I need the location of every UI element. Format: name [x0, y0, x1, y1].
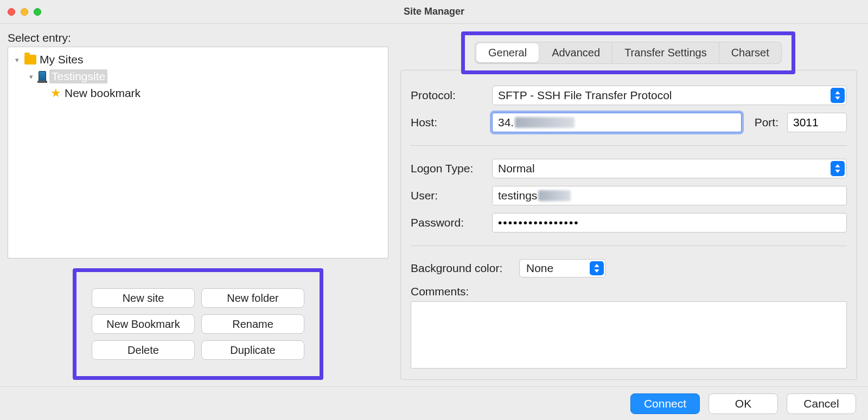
tree-row-bookmark[interactable]: ★ New bookmark: [12, 85, 384, 101]
ok-button[interactable]: OK: [709, 393, 778, 414]
tree-root-label: My Sites: [40, 53, 84, 66]
protocol-value: SFTP - SSH File Transfer Protocol: [498, 89, 672, 102]
chevron-down-icon[interactable]: ▾: [12, 56, 21, 64]
cancel-button[interactable]: Cancel: [787, 393, 856, 414]
tab-general[interactable]: General: [476, 43, 539, 62]
star-icon: ★: [50, 87, 61, 99]
user-label: User:: [411, 189, 487, 202]
protocol-select[interactable]: SFTP - SSH File Transfer Protocol: [492, 86, 847, 105]
left-panel: Select entry: ▾ My Sites ▾ Testingsite ★…: [8, 31, 388, 380]
rename-button[interactable]: Rename: [201, 314, 304, 334]
port-label: Port:: [755, 116, 778, 129]
zoom-window-button[interactable]: [34, 8, 41, 16]
protocol-row: Protocol: SFTP - SSH File Transfer Proto…: [411, 86, 847, 105]
select-arrows-icon: [831, 88, 845, 103]
host-input[interactable]: 34.: [492, 113, 742, 132]
tree-row-site[interactable]: ▾ Testingsite: [12, 68, 384, 85]
right-panel: General Advanced Transfer Settings Chars…: [400, 31, 857, 380]
user-value: testings: [498, 189, 537, 202]
comments-label: Comments:: [411, 285, 469, 298]
divider: [411, 245, 847, 246]
site-tree[interactable]: ▾ My Sites ▾ Testingsite ★ New bookmark: [8, 47, 388, 259]
new-site-button[interactable]: New site: [92, 288, 195, 308]
bg-color-row: Background color: None: [411, 259, 847, 277]
bg-color-value: None: [526, 262, 553, 275]
settings-tabs: General Advanced Transfer Settings Chars…: [475, 42, 782, 64]
protocol-label: Protocol:: [411, 89, 487, 102]
logon-type-row: Logon Type: Normal: [411, 159, 847, 178]
window-title: Site Manager: [0, 6, 868, 17]
user-input[interactable]: testings: [492, 186, 847, 205]
bg-color-label: Background color:: [411, 262, 514, 275]
logon-type-select[interactable]: Normal: [492, 159, 847, 178]
traffic-lights: [8, 8, 41, 16]
chevron-down-icon[interactable]: ▾: [27, 73, 35, 81]
redacted-user: [538, 190, 571, 201]
select-arrows-icon: [831, 161, 845, 176]
tab-advanced[interactable]: Advanced: [540, 42, 612, 63]
tree-row-root[interactable]: ▾ My Sites: [12, 51, 384, 68]
comments-textarea[interactable]: [411, 301, 847, 369]
tab-transfer-settings[interactable]: Transfer Settings: [612, 42, 719, 63]
tabs-highlight: General Advanced Transfer Settings Chars…: [461, 31, 795, 74]
host-port-row: Host: 34. Port:: [411, 113, 847, 132]
host-label: Host:: [411, 116, 487, 129]
comments-row: Comments:: [411, 285, 847, 369]
minimize-window-button[interactable]: [21, 8, 28, 16]
host-value: 34.: [498, 116, 514, 129]
connect-button[interactable]: Connect: [630, 393, 700, 414]
delete-button[interactable]: Delete: [92, 340, 195, 360]
tree-site-label: Testingsite: [49, 69, 107, 83]
title-bar: Site Manager: [0, 0, 868, 24]
select-entry-label: Select entry:: [8, 31, 388, 44]
logon-type-label: Logon Type:: [411, 162, 487, 175]
divider: [411, 145, 847, 146]
dialog-footer: Connect OK Cancel: [0, 386, 868, 420]
close-window-button[interactable]: [8, 8, 15, 16]
tree-bookmark-label: New bookmark: [65, 87, 141, 100]
folder-icon: [24, 55, 36, 64]
select-arrows-icon: [590, 261, 604, 275]
form-area: Protocol: SFTP - SSH File Transfer Proto…: [400, 70, 857, 380]
duplicate-button[interactable]: Duplicate: [201, 340, 304, 360]
bg-color-select[interactable]: None: [519, 259, 606, 277]
password-row: Password:: [411, 213, 847, 232]
tab-charset[interactable]: Charset: [719, 42, 781, 63]
password-input[interactable]: [492, 213, 847, 232]
redacted-host: [515, 117, 575, 128]
port-input[interactable]: [787, 113, 847, 132]
entry-actions-highlight: New site New folder New Bookmark Rename …: [73, 268, 323, 380]
password-label: Password:: [411, 216, 487, 229]
server-icon: [39, 71, 46, 82]
new-folder-button[interactable]: New folder: [201, 288, 304, 308]
user-row: User: testings: [411, 186, 847, 205]
new-bookmark-button[interactable]: New Bookmark: [92, 314, 195, 334]
logon-type-value: Normal: [498, 162, 535, 175]
